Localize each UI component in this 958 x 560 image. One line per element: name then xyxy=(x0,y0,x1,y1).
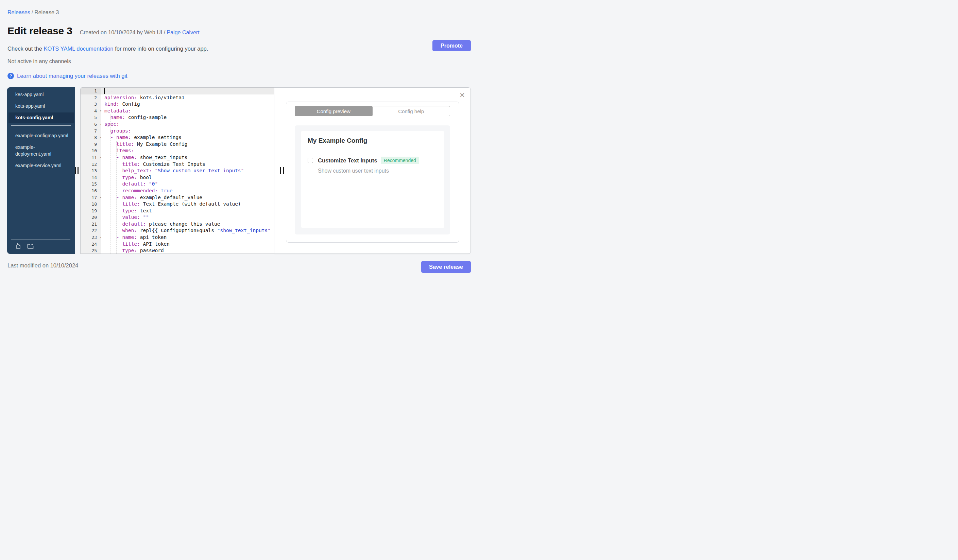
editor-line-18: 18 title: Text Example (with default val… xyxy=(81,201,274,207)
code-content: help_text: "Show custom user text inputs… xyxy=(101,168,274,174)
line-number: 7 xyxy=(81,128,101,134)
git-releases-link[interactable]: Learn about managing your releases with … xyxy=(17,73,127,79)
line-number: 19 xyxy=(81,207,101,214)
created-info: Created on 10/10/2024 by Web UI / Paige … xyxy=(80,30,200,36)
line-number: 6▾ xyxy=(81,121,101,128)
editor-line-2: 2apiVersion: kots.io/v1beta1 xyxy=(81,95,274,101)
editor-line-5: 5 name: config-sample xyxy=(81,114,274,121)
line-number: 18 xyxy=(81,201,101,207)
editor-line-24: 24 title: API token xyxy=(81,241,274,248)
customize-text-inputs-checkbox[interactable] xyxy=(308,158,313,163)
fold-arrow-icon[interactable]: ▾ xyxy=(100,234,102,241)
editor-line-17: 17▾ - name: example_default_value xyxy=(81,195,274,201)
config-item-help-text: Show custom user text inputs xyxy=(318,168,438,174)
save-release-button[interactable]: Save release xyxy=(421,261,471,273)
created-prefix: Created on 10/10/2024 by Web UI / xyxy=(80,30,167,35)
new-folder-icon[interactable] xyxy=(27,243,34,249)
config-item-row: Customize Text Inputs Recommended xyxy=(308,157,438,164)
config-preview-area: My Example Config Customize Text Inputs … xyxy=(295,125,450,234)
code-content: when: repl{{ ConfigOptionEquals "show_te… xyxy=(101,227,274,234)
new-file-icon[interactable] xyxy=(15,243,21,249)
line-number: 1 xyxy=(81,88,101,95)
indent-guide-col4 xyxy=(116,141,117,253)
file-list: k8s-app.yamlkots-app.yamlkots-config.yam… xyxy=(7,87,75,240)
kots-yaml-docs-link[interactable]: KOTS YAML documentation xyxy=(43,46,113,52)
editor-line-19: 19 type: text xyxy=(81,207,274,214)
config-group-title: My Example Config xyxy=(308,137,438,144)
yaml-code-editor[interactable]: 1---2apiVersion: kots.io/v1beta13kind: C… xyxy=(80,87,274,254)
editor-line-20: 20 value: "" xyxy=(81,214,274,221)
editor-line-6: 6▾spec: xyxy=(81,121,274,128)
sidebar-item-kots-app.yaml[interactable]: kots-app.yaml xyxy=(7,101,75,111)
line-number: 3 xyxy=(81,101,101,108)
code-content: spec: xyxy=(101,121,274,128)
fold-arrow-icon[interactable]: ▾ xyxy=(100,121,102,128)
tab-row: Config previewConfig help xyxy=(295,106,450,116)
sidebar-footer xyxy=(7,240,75,254)
editor-line-13: 13 help_text: "Show custom user text inp… xyxy=(81,168,274,174)
file-sidebar: k8s-app.yamlkots-app.yamlkots-config.yam… xyxy=(7,87,75,254)
line-number: 5 xyxy=(81,114,101,121)
help-question-icon[interactable]: ? xyxy=(8,73,14,79)
editor-line-7: 7 groups: xyxy=(81,128,274,134)
sidebar-item-example-service.yaml[interactable]: example-service.yaml xyxy=(7,160,75,171)
code-content: default: "0" xyxy=(101,181,274,188)
code-content: recommended: true xyxy=(101,188,274,195)
fold-arrow-icon[interactable]: ▾ xyxy=(100,108,102,114)
sidebar-item-example-configmap.yaml[interactable]: example-configmap.yaml xyxy=(7,130,75,141)
line-number: 14 xyxy=(81,174,101,181)
tab-config-preview[interactable]: Config preview xyxy=(295,106,373,116)
code-content: title: My Example Config xyxy=(101,141,274,148)
promote-button[interactable]: Promote xyxy=(432,40,471,51)
preview-resize-handle[interactable] xyxy=(280,167,284,174)
code-content: items: xyxy=(101,147,274,154)
sidebar-item-example-deployment.yaml[interactable]: example-deployment.yaml xyxy=(7,142,75,159)
docs-suffix: for more info on configuring your app. xyxy=(114,46,208,52)
line-number: 20 xyxy=(81,214,101,221)
code-content: type: password xyxy=(101,247,274,254)
page-title: Edit release 3 xyxy=(8,25,72,37)
channel-status: Not active in any channels xyxy=(8,59,71,65)
code-content: groups: xyxy=(101,128,274,134)
docs-line: Check out the KOTS YAML documentation fo… xyxy=(8,46,208,52)
line-number: 17▾ xyxy=(81,195,101,201)
line-number: 13 xyxy=(81,168,101,174)
breadcrumb-releases-link[interactable]: Releases xyxy=(8,9,30,15)
fold-arrow-icon[interactable]: ▾ xyxy=(100,195,102,201)
tab-config-help[interactable]: Config help xyxy=(373,106,450,116)
fold-arrow-icon[interactable]: ▾ xyxy=(100,134,102,141)
code-content: type: text xyxy=(101,207,274,214)
sidebar-item-k8s-app.yaml[interactable]: k8s-app.yaml xyxy=(7,89,75,100)
config-group-card: My Example Config Customize Text Inputs … xyxy=(301,131,444,228)
close-icon[interactable]: ✕ xyxy=(459,92,465,98)
breadcrumb: Releases/Release 3 xyxy=(8,9,59,16)
editor-line-12: 12 title: Customize Text Inputs xyxy=(81,161,274,168)
sidebar-item-kots-config.yaml[interactable]: kots-config.yaml xyxy=(8,112,74,123)
line-number: 15 xyxy=(81,181,101,188)
editor-line-10: 10 items: xyxy=(81,147,274,154)
fold-arrow-icon[interactable]: ▾ xyxy=(100,154,102,161)
line-number: 24 xyxy=(81,241,101,248)
code-content: title: Customize Text Inputs xyxy=(101,161,274,168)
code-content: metadata: xyxy=(101,108,274,114)
editor-line-15: 15 default: "0" xyxy=(81,181,274,188)
code-content: type: bool xyxy=(101,174,274,181)
editor-line-23: 23▾ - name: api_token xyxy=(81,234,274,241)
last-modified-text: Last modified on 10/10/2024 xyxy=(8,262,78,269)
line-number: 10 xyxy=(81,147,101,154)
line-number: 25 xyxy=(81,247,101,254)
line-number: 23▾ xyxy=(81,234,101,241)
editor-line-22: 22 when: repl{{ ConfigOptionEquals "show… xyxy=(81,227,274,234)
sidebar-resize-handle[interactable] xyxy=(75,167,79,174)
code-content: - name: example_settings xyxy=(101,134,274,141)
line-number: 9 xyxy=(81,141,101,148)
code-content: title: Text Example (with default value) xyxy=(101,201,274,207)
docs-prefix: Check out the xyxy=(8,46,43,52)
editor-line-16: 16 recommended: true xyxy=(81,188,274,195)
line-number: 2 xyxy=(81,95,101,101)
code-content: name: config-sample xyxy=(101,114,274,121)
editor-line-4: 4▾metadata: xyxy=(81,108,274,114)
author-link[interactable]: Paige Calvert xyxy=(167,30,200,35)
line-number: 12 xyxy=(81,161,101,168)
config-item-label: Customize Text Inputs xyxy=(318,157,377,164)
